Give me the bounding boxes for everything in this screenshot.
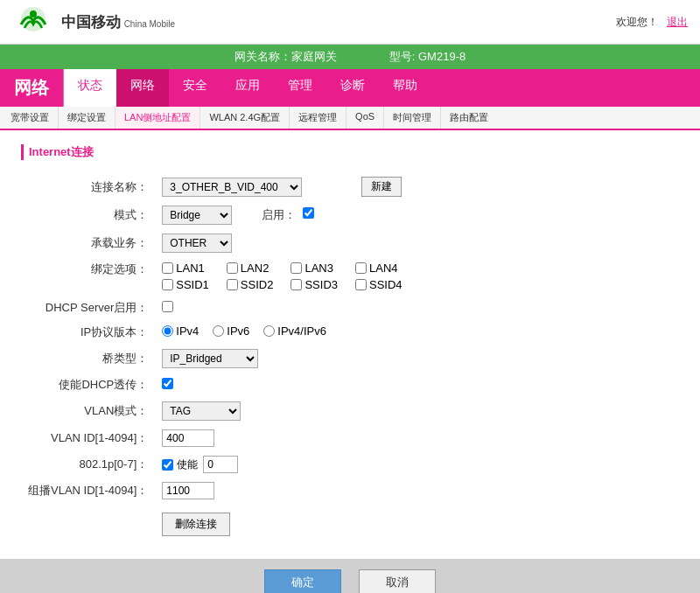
confirm-button[interactable]: 确定 bbox=[264, 569, 341, 593]
binding-lan3-label: LAN3 bbox=[304, 262, 333, 275]
radio-ipv4-input[interactable] bbox=[162, 325, 173, 337]
mode-label: 模式： bbox=[21, 201, 155, 229]
row-group-vlan: 组播VLAN ID[1-4094]： 1100 bbox=[21, 478, 410, 504]
subnav-binding[interactable]: 绑定设置 bbox=[59, 107, 116, 129]
tab-status[interactable]: 状态 bbox=[64, 69, 116, 107]
binding-ssid4[interactable]: SSID4 bbox=[355, 278, 402, 291]
tab-network[interactable]: 网络 bbox=[116, 69, 169, 107]
new-button[interactable]: 新建 bbox=[361, 177, 402, 197]
nav-tabs-container: 状态 网络 安全 应用 管理 诊断 帮助 bbox=[64, 69, 431, 107]
gateway-name: 网关名称：家庭网关 bbox=[234, 49, 337, 65]
binding-label: 绑定选项： bbox=[21, 257, 155, 296]
nav-brand: 网络 bbox=[0, 69, 64, 107]
logo-cn: 中国移动 bbox=[61, 14, 121, 31]
binding-lan3[interactable]: LAN3 bbox=[290, 262, 338, 275]
vlan-id-label: VLAN ID[1-4094]： bbox=[21, 425, 155, 451]
radio-ipv4v6-label: IPv4/IPv6 bbox=[277, 324, 326, 338]
binding-ssid1-checkbox[interactable] bbox=[162, 279, 173, 290]
binding-ssid1[interactable]: SSID1 bbox=[162, 278, 209, 291]
form-table: 连接名称： 3_OTHER_B_VID_400 新建 模式： Bridge 启用… bbox=[21, 172, 410, 545]
binding-options-grid: LAN1 LAN2 LAN3 LAN4 SSID1 SSID2 SSID3 SS… bbox=[162, 262, 402, 291]
service-label: 承载业务： bbox=[21, 229, 155, 257]
binding-lan2[interactable]: LAN2 bbox=[227, 262, 274, 275]
radio-ipv6[interactable]: IPv6 bbox=[213, 324, 249, 338]
subnav-time[interactable]: 时间管理 bbox=[384, 107, 441, 129]
subnav-wlan[interactable]: WLAN 2.4G配置 bbox=[200, 107, 290, 129]
binding-lan1-label: LAN1 bbox=[176, 262, 205, 275]
group-vlan-label: 组播VLAN ID[1-4094]： bbox=[21, 478, 155, 504]
header-right: 欢迎您！ 退出 bbox=[616, 15, 688, 30]
dot1p-cell: 使能 0 bbox=[155, 451, 409, 478]
binding-ssid3-checkbox[interactable] bbox=[290, 279, 302, 290]
tab-diagnose[interactable]: 诊断 bbox=[326, 69, 379, 107]
row-mode: 模式： Bridge 启用： bbox=[21, 201, 410, 229]
service-select[interactable]: OTHER bbox=[162, 234, 232, 253]
enable-checkbox[interactable] bbox=[303, 207, 314, 219]
row-bridge-type: 桥类型： IP_Bridged bbox=[21, 345, 410, 373]
vlan-id-input[interactable]: 400 bbox=[162, 429, 214, 447]
row-delete: 删除连接 bbox=[21, 504, 410, 545]
mode-select[interactable]: Bridge bbox=[162, 206, 232, 225]
subnav-lan[interactable]: LAN侧地址配置 bbox=[116, 107, 200, 129]
vlan-id-cell: 400 bbox=[155, 425, 409, 451]
logo-text: 中国移动 China Mobile bbox=[61, 12, 175, 32]
row-dhcp-server: DHCP Server启用： bbox=[21, 296, 410, 320]
binding-ssid3[interactable]: SSID3 bbox=[290, 278, 338, 291]
subnav-broadband[interactable]: 宽带设置 bbox=[2, 107, 59, 129]
dhcp-relay-label: 使能DHCP透传： bbox=[21, 373, 155, 397]
binding-cell: LAN1 LAN2 LAN3 LAN4 SSID1 SSID2 SSID3 SS… bbox=[155, 257, 409, 296]
radio-ipv4v6-input[interactable] bbox=[263, 325, 275, 337]
dhcp-relay-checkbox[interactable] bbox=[162, 378, 173, 389]
tab-help[interactable]: 帮助 bbox=[379, 69, 431, 107]
subnav-qos[interactable]: QoS bbox=[346, 107, 384, 129]
tab-management[interactable]: 管理 bbox=[274, 69, 326, 107]
row-dhcp-relay: 使能DHCP透传： bbox=[21, 373, 410, 397]
delete-cell: 删除连接 bbox=[155, 504, 409, 545]
bridge-type-select[interactable]: IP_Bridged bbox=[162, 349, 258, 368]
welcome-text: 欢迎您！ bbox=[616, 15, 658, 30]
enable-label: 启用： bbox=[262, 208, 296, 221]
model-info: 型号: GM219-8 bbox=[389, 49, 466, 65]
subnav-route[interactable]: 路由配置 bbox=[441, 107, 497, 129]
binding-ssid2-checkbox[interactable] bbox=[227, 279, 238, 290]
dot1p-value-input[interactable]: 0 bbox=[203, 456, 238, 473]
binding-ssid4-checkbox[interactable] bbox=[355, 279, 367, 290]
main-nav: 网络 状态 网络 安全 应用 管理 诊断 帮助 bbox=[0, 69, 700, 107]
cancel-button[interactable]: 取消 bbox=[359, 569, 436, 593]
connection-name-select[interactable]: 3_OTHER_B_VID_400 bbox=[162, 178, 302, 197]
subnav-remote[interactable]: 远程管理 bbox=[290, 107, 346, 129]
header: 中国移动 China Mobile 欢迎您！ 退出 bbox=[0, 0, 700, 45]
tab-security[interactable]: 安全 bbox=[169, 69, 221, 107]
binding-ssid2[interactable]: SSID2 bbox=[227, 278, 274, 291]
group-vlan-input[interactable]: 1100 bbox=[162, 482, 214, 499]
radio-ipv6-input[interactable] bbox=[213, 325, 224, 337]
bottom-bar: 确定 取消 bbox=[0, 559, 700, 593]
row-vlan-id: VLAN ID[1-4094]： 400 bbox=[21, 425, 410, 451]
section-title: Internet连接 bbox=[21, 144, 679, 160]
logout-link[interactable]: 退出 bbox=[667, 15, 688, 30]
dot1p-enable-checkbox[interactable] bbox=[162, 459, 173, 471]
logo-en: China Mobile bbox=[124, 19, 175, 29]
binding-lan4-checkbox[interactable] bbox=[355, 262, 367, 274]
binding-lan3-checkbox[interactable] bbox=[290, 262, 302, 274]
sub-nav: 宽带设置 绑定设置 LAN侧地址配置 WLAN 2.4G配置 远程管理 QoS … bbox=[0, 107, 700, 130]
dhcp-relay-cell bbox=[155, 373, 409, 397]
binding-lan1-checkbox[interactable] bbox=[162, 262, 173, 274]
dhcp-server-checkbox[interactable] bbox=[162, 301, 173, 312]
delete-button[interactable]: 删除连接 bbox=[162, 513, 230, 536]
ip-protocol-cell: IPv4 IPv6 IPv4/IPv6 bbox=[155, 320, 409, 342]
vlan-mode-select[interactable]: TAG bbox=[162, 401, 241, 421]
binding-lan2-checkbox[interactable] bbox=[227, 262, 238, 274]
row-ip-protocol: IP协议版本： IPv4 IPv6 IPv4/IPv6 bbox=[21, 320, 410, 345]
binding-lan4[interactable]: LAN4 bbox=[355, 262, 402, 275]
binding-ssid3-label: SSID3 bbox=[304, 278, 338, 291]
logo-area: 中国移动 China Mobile bbox=[12, 5, 175, 38]
dot1p-label: 802.1p[0-7]： bbox=[21, 451, 155, 478]
tab-application[interactable]: 应用 bbox=[221, 69, 274, 107]
vlan-mode-cell: TAG bbox=[155, 397, 409, 425]
binding-lan1[interactable]: LAN1 bbox=[162, 262, 209, 275]
svg-point-1 bbox=[30, 10, 37, 17]
radio-ipv4[interactable]: IPv4 bbox=[162, 324, 199, 338]
dhcp-server-label: DHCP Server启用： bbox=[21, 296, 155, 320]
radio-ipv4v6[interactable]: IPv4/IPv6 bbox=[263, 324, 326, 338]
